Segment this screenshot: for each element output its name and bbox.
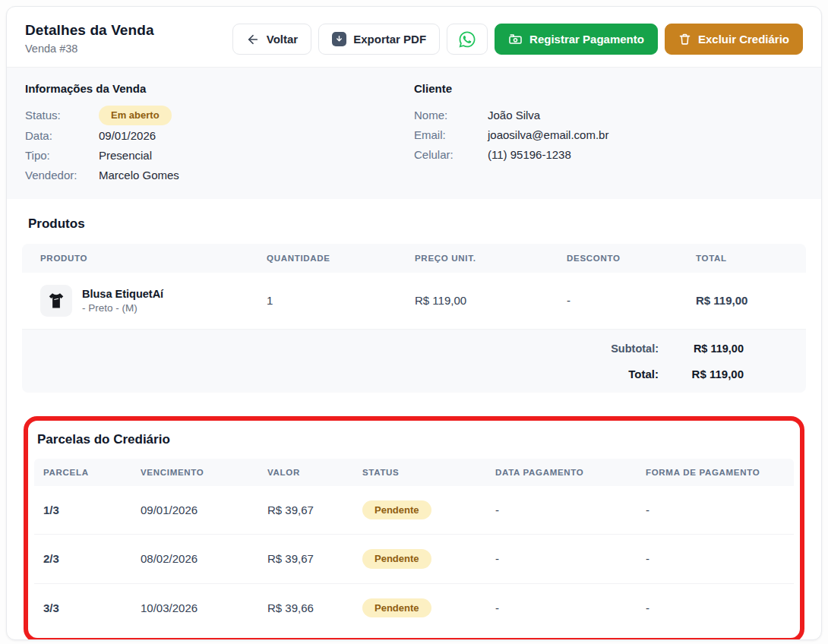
type-value: Presencial xyxy=(99,149,152,162)
product-cell: Blusa EtiquetAí - Preto - (M) xyxy=(40,273,267,329)
col-valor: VALOR xyxy=(267,459,362,486)
date-value: 09/01/2026 xyxy=(99,129,156,142)
installment-row: 1/3 09/01/2026 R$ 39,67 Pendente - - xyxy=(34,486,794,535)
whatsapp-button[interactable] xyxy=(447,24,488,55)
product-discount: - xyxy=(567,282,696,319)
download-icon xyxy=(332,32,346,46)
installments-title: Parcelas do Crediário xyxy=(37,432,794,447)
col-produto: PRODUTO xyxy=(40,244,267,273)
installments-table-header: PARCELA VENCIMENTO VALOR STATUS DATA PAG… xyxy=(34,459,794,486)
products-section: Produtos PRODUTO QUANTIDADE PREÇO UNIT. … xyxy=(7,199,821,393)
col-preco-unit: PREÇO UNIT. xyxy=(415,244,567,273)
installment-payment-method: - xyxy=(646,538,785,579)
col-parcela: PARCELA xyxy=(43,459,141,486)
toolbar: Voltar Exportar PDF Registrar Pagamento xyxy=(232,24,803,55)
seller-row: Vendedor: Marcelo Gomes xyxy=(25,166,414,185)
installment-status-badge: Pendente xyxy=(362,549,431,569)
installment-value: R$ 39,66 xyxy=(267,587,362,629)
installment-status-cell: Pendente xyxy=(362,584,495,633)
back-button[interactable]: Voltar xyxy=(232,24,311,55)
sale-info-section: Informações da Venda Status: Em aberto D… xyxy=(7,67,821,199)
register-payment-label: Registrar Pagamento xyxy=(529,33,644,46)
products-table-header: PRODUTO QUANTIDADE PREÇO UNIT. DESCONTO … xyxy=(22,244,806,273)
date-row: Data: 09/01/2026 xyxy=(25,126,414,145)
products-table: PRODUTO QUANTIDADE PREÇO UNIT. DESCONTO … xyxy=(22,244,806,393)
product-total: R$ 119,00 xyxy=(696,282,788,319)
export-pdf-button[interactable]: Exportar PDF xyxy=(318,24,440,55)
product-name: Blusa EtiquetAí xyxy=(82,287,163,301)
installment-status-cell: Pendente xyxy=(362,486,495,535)
products-footer: Subtotal: R$ 119,00 Total: R$ 119,00 xyxy=(22,330,806,393)
col-data-pagamento: DATA PAGAMENTO xyxy=(495,459,646,486)
total-label: Total: xyxy=(628,368,659,380)
customer-phone-value: (11) 95196-1238 xyxy=(488,148,571,161)
installment-due-date: 10/03/2026 xyxy=(141,587,267,629)
col-forma-pagamento: FORMA DE PAGAMENTO xyxy=(646,459,785,486)
installment-status-badge: Pendente xyxy=(362,598,431,618)
installment-number: 2/3 xyxy=(43,538,141,579)
page-header: Detalhes da Venda Venda #38 Voltar Expor… xyxy=(7,7,821,67)
customer-name-value: João Silva xyxy=(488,109,540,122)
cash-register-icon xyxy=(508,32,523,46)
customer-title: Cliente xyxy=(414,82,803,95)
seller-value: Marcelo Gomes xyxy=(99,169,179,182)
total-value: R$ 119,00 xyxy=(659,368,744,380)
customer-email-row: Email: joaosilva@email.com.br xyxy=(414,125,803,144)
installment-value: R$ 39,67 xyxy=(267,489,362,531)
trash-icon xyxy=(678,33,691,46)
subtotal-value: R$ 119,00 xyxy=(659,343,744,355)
product-unit-price: R$ 119,00 xyxy=(415,282,567,319)
installment-row: 2/3 08/02/2026 R$ 39,67 Pendente - - xyxy=(34,535,794,584)
status-row: Status: Em aberto xyxy=(25,106,414,125)
product-image xyxy=(40,285,72,317)
seller-label: Vendedor: xyxy=(25,169,99,182)
col-status: STATUS xyxy=(362,459,495,486)
product-quantity: 1 xyxy=(267,282,415,319)
installments-table: PARCELA VENCIMENTO VALOR STATUS DATA PAG… xyxy=(34,459,794,633)
status-badge: Em aberto xyxy=(99,106,172,125)
sale-number: Venda #38 xyxy=(25,43,154,55)
subtotal-label: Subtotal: xyxy=(611,343,659,355)
col-quantidade: QUANTIDADE xyxy=(267,244,415,273)
installments-highlight-box: Parcelas do Crediário PARCELA VENCIMENTO… xyxy=(24,416,804,640)
subtotal-line: Subtotal: R$ 119,00 xyxy=(40,343,744,355)
installment-payment-date: - xyxy=(495,489,646,531)
sale-info-title: Informações da Venda xyxy=(25,82,414,95)
delete-crediario-button[interactable]: Excluir Crediário xyxy=(665,24,803,55)
installment-number: 3/3 xyxy=(43,587,141,629)
installment-payment-date: - xyxy=(495,587,646,629)
installment-due-date: 08/02/2026 xyxy=(141,538,267,579)
product-text: Blusa EtiquetAí - Preto - (M) xyxy=(82,287,163,314)
page-heading: Detalhes da Venda Venda #38 xyxy=(25,22,154,55)
product-variant: - Preto - (M) xyxy=(82,302,163,314)
back-button-label: Voltar xyxy=(267,33,298,46)
customer-column: Cliente Nome: João Silva Email: joaosilv… xyxy=(414,82,803,185)
customer-phone-row: Celular: (11) 95196-1238 xyxy=(414,145,803,164)
col-desconto: DESCONTO xyxy=(567,244,696,273)
sale-details-card: Detalhes da Venda Venda #38 Voltar Expor… xyxy=(6,6,822,640)
page-title: Detalhes da Venda xyxy=(25,22,154,39)
delete-crediario-label: Excluir Crediário xyxy=(698,33,789,46)
customer-name-row: Nome: João Silva xyxy=(414,106,803,125)
type-row: Tipo: Presencial xyxy=(25,146,414,165)
installment-payment-method: - xyxy=(646,489,785,531)
customer-phone-label: Celular: xyxy=(414,148,488,161)
customer-email-label: Email: xyxy=(414,128,488,141)
date-label: Data: xyxy=(25,129,99,142)
installment-number: 1/3 xyxy=(43,489,141,531)
installment-status-badge: Pendente xyxy=(362,500,431,520)
status-label: Status: xyxy=(25,109,99,122)
installment-row: 3/3 10/03/2026 R$ 39,66 Pendente - - xyxy=(34,584,794,633)
sale-info-column: Informações da Venda Status: Em aberto D… xyxy=(25,82,414,185)
total-line: Total: R$ 119,00 xyxy=(40,368,744,380)
installment-status-cell: Pendente xyxy=(362,535,495,583)
products-title: Produtos xyxy=(28,216,806,232)
customer-email-value: joaosilva@email.com.br xyxy=(488,128,608,141)
export-pdf-label: Exportar PDF xyxy=(353,33,426,46)
installment-value: R$ 39,67 xyxy=(267,538,362,579)
register-payment-button[interactable]: Registrar Pagamento xyxy=(495,24,658,55)
arrow-left-icon xyxy=(246,33,260,46)
type-label: Tipo: xyxy=(25,149,99,162)
installment-payment-date: - xyxy=(495,538,646,579)
whatsapp-icon xyxy=(458,30,476,49)
